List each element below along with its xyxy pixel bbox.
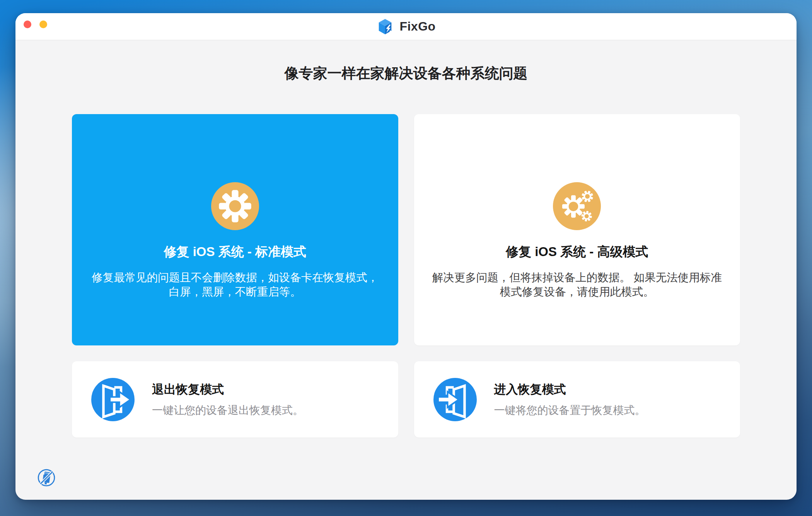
advanced-mode-description: 解决更多问题，但将抹掉设备上的数据。 如果无法使用标准模式修复设备，请使用此模式… — [432, 270, 722, 299]
standard-mode-title: 修复 iOS 系统 - 标准模式 — [164, 243, 306, 261]
door-exit-icon — [91, 378, 135, 421]
door-enter-icon — [433, 378, 477, 421]
app-title: FixGo — [399, 19, 435, 34]
titlebar: FixGo — [15, 13, 797, 40]
app-window: FixGo 像专家一样在家解决设备各种系统问题 修复 iOS 系统 - 标准模式… — [15, 13, 797, 500]
gear-icon — [211, 182, 259, 230]
usb-disconnected-icon — [37, 468, 56, 487]
exit-recovery-description: 一键让您的设备退出恢复模式。 — [152, 403, 304, 418]
page-title: 像专家一样在家解决设备各种系统问题 — [15, 65, 797, 82]
exit-recovery-title: 退出恢复模式 — [152, 381, 304, 398]
exit-recovery-text: 退出恢复模式 一键让您的设备退出恢复模式。 — [152, 381, 304, 418]
card-exit-recovery[interactable]: 退出恢复模式 一键让您的设备退出恢复模式。 — [72, 361, 398, 437]
window-controls — [24, 21, 47, 28]
card-standard-mode[interactable]: 修复 iOS 系统 - 标准模式 修复最常见的问题且不会删除数据，如设备卡在恢复… — [72, 114, 398, 345]
minimize-button[interactable] — [39, 21, 47, 28]
mode-grid: 修复 iOS 系统 - 标准模式 修复最常见的问题且不会删除数据，如设备卡在恢复… — [72, 114, 740, 437]
close-button[interactable] — [24, 21, 31, 28]
enter-recovery-title: 进入恢复模式 — [494, 381, 646, 398]
advanced-mode-title: 修复 iOS 系统 - 高级模式 — [506, 243, 648, 261]
standard-mode-description: 修复最常见的问题且不会删除数据，如设备卡在恢复模式，白屏，黑屏，不断重启等。 — [90, 270, 380, 299]
fixgo-cube-logo — [376, 18, 394, 36]
card-advanced-mode[interactable]: 修复 iOS 系统 - 高级模式 解决更多问题，但将抹掉设备上的数据。 如果无法… — [414, 114, 740, 345]
card-enter-recovery[interactable]: 进入恢复模式 一键将您的设备置于恢复模式。 — [414, 361, 740, 437]
device-connection-status[interactable] — [37, 468, 56, 487]
enter-recovery-description: 一键将您的设备置于恢复模式。 — [494, 403, 646, 418]
enter-recovery-text: 进入恢复模式 一键将您的设备置于恢复模式。 — [494, 381, 646, 418]
gears-icon — [553, 182, 601, 230]
